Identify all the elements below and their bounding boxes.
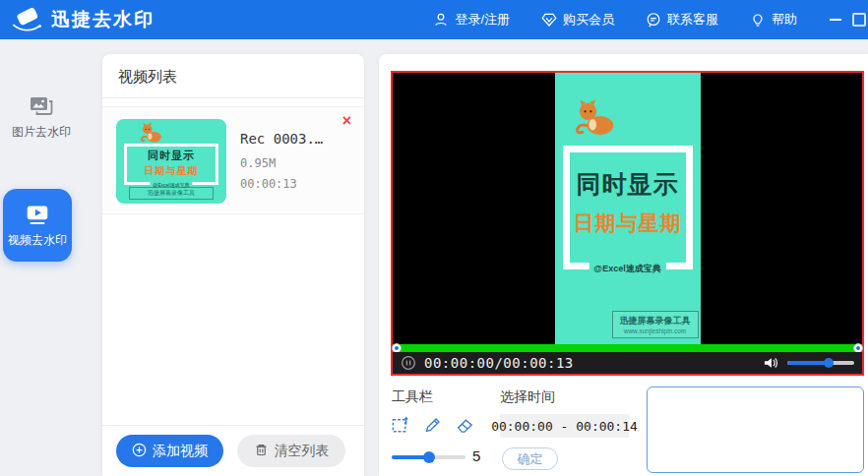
- video-file-size: 0.95M: [240, 156, 276, 170]
- clear-list-label: 清空列表: [275, 443, 330, 460]
- delete-video-icon[interactable]: ×: [342, 113, 351, 129]
- volume-handle[interactable]: [824, 358, 834, 368]
- progress-bar[interactable]: [393, 344, 862, 352]
- video-list-panel: 视频列表 同时显示 日期与星期 @Excel速成宝典 迅捷屏幕录像工具 Rec …: [102, 54, 364, 476]
- video-byline: @Excel速成宝典: [589, 263, 665, 275]
- video-list-title: 视频列表: [102, 54, 364, 98]
- window-controls: [829, 0, 866, 39]
- eraser-logo-icon: [12, 6, 43, 33]
- tool-icons: [391, 416, 474, 435]
- chat-icon: [646, 12, 661, 28]
- nav-help[interactable]: 帮助: [750, 11, 797, 29]
- sidebar-item-image-watermark[interactable]: 图片去水印: [2, 93, 81, 141]
- image-icon: [29, 106, 54, 120]
- app-title: 迅捷去水印: [51, 7, 155, 32]
- toolbar-label: 工具栏: [392, 388, 433, 406]
- select-time-label: 选择时间: [500, 388, 555, 406]
- video-frame: 同时显示 日期与星期 @Excel速成宝典 迅捷屏幕录像工具 www.xunji…: [555, 73, 701, 344]
- watermark-line2: www.xunjieshipin.com: [614, 327, 697, 334]
- video-player: 同时显示 日期与星期 @Excel速成宝典 迅捷屏幕录像工具 www.xunji…: [391, 71, 864, 376]
- video-list-item[interactable]: 同时显示 日期与星期 @Excel速成宝典 迅捷屏幕录像工具 Rec 0003.…: [102, 106, 364, 214]
- plus-circle-icon: [132, 443, 147, 460]
- volume-fill: [787, 361, 829, 365]
- watermark-line1: 迅捷屏幕录像工具: [614, 315, 697, 327]
- sidebar-item-label: 图片去水印: [2, 124, 81, 141]
- user-icon: [433, 12, 449, 28]
- speaker-icon[interactable]: [763, 356, 779, 370]
- thumbnail-title-line2: 日期与星期: [127, 164, 216, 178]
- nav-login[interactable]: 登录/注册: [433, 11, 510, 29]
- confirm-button[interactable]: 确定: [502, 447, 558, 470]
- rect-select-tool-icon[interactable]: [391, 416, 409, 435]
- nav-login-label: 登录/注册: [455, 11, 510, 29]
- video-play-icon: [25, 203, 50, 229]
- minimize-icon[interactable]: [829, 13, 842, 27]
- video-duration: 00:00:13: [240, 177, 297, 191]
- nav-support[interactable]: 联系客服: [646, 11, 718, 29]
- top-nav: 登录/注册 购买会员 联系客服 帮助: [433, 0, 797, 39]
- sidebar: 图片去水印 视频去水印: [0, 39, 91, 476]
- vip-diamond-icon: [541, 12, 557, 28]
- time-range-field[interactable]: 00:00:00 - 00:00:14: [500, 414, 629, 438]
- playback-time: 00:00:00/00:00:13: [424, 355, 574, 371]
- thumbnail-title-line1: 同时显示: [127, 149, 216, 163]
- volume-slider[interactable]: [787, 361, 854, 365]
- nav-buy-vip-label: 购买会员: [563, 11, 614, 29]
- video-title-frame: 同时显示 日期与星期 @Excel速成宝典: [563, 146, 693, 269]
- eraser-tool-icon[interactable]: [456, 416, 474, 435]
- brush-tool-icon[interactable]: [423, 416, 442, 435]
- lightbulb-icon: [750, 12, 766, 28]
- brush-size-slider[interactable]: [392, 455, 465, 459]
- add-video-button[interactable]: 添加视频: [116, 435, 223, 467]
- sidebar-item-video-watermark[interactable]: 视频去水印: [3, 189, 72, 262]
- app-logo: 迅捷去水印: [12, 6, 155, 33]
- brush-size-value: 5: [472, 447, 480, 464]
- brush-slider-handle[interactable]: [423, 451, 435, 463]
- nav-support-label: 联系客服: [667, 11, 718, 29]
- editor-panel: 同时显示 日期与星期 @Excel速成宝典 迅捷屏幕录像工具 www.xunji…: [379, 54, 868, 476]
- player-controls: 00:00:00/00:00:13: [393, 352, 862, 374]
- pause-icon[interactable]: [401, 355, 416, 371]
- thumbnail-watermark: 迅捷屏幕录像工具: [129, 187, 214, 200]
- video-thumbnail: 同时显示 日期与星期 @Excel速成宝典 迅捷屏幕录像工具: [116, 119, 226, 204]
- thumbnail-title-frame: 同时显示 日期与星期 @Excel速成宝典: [124, 144, 218, 185]
- video-watermark-box: 迅捷屏幕录像工具 www.xunjieshipin.com: [612, 311, 699, 338]
- nav-buy-vip[interactable]: 购买会员: [541, 11, 614, 29]
- maximize-icon[interactable]: [852, 13, 866, 27]
- selected-regions-box[interactable]: [647, 387, 864, 473]
- add-video-label: 添加视频: [153, 443, 208, 460]
- clear-list-button[interactable]: 清空列表: [237, 435, 345, 467]
- video-title-line1: 同时显示: [570, 168, 686, 201]
- titlebar: 迅捷去水印 登录/注册 购买会员 联系客服 帮助: [0, 0, 868, 39]
- nav-help-label: 帮助: [772, 11, 797, 29]
- trash-icon: [254, 443, 269, 460]
- video-file-name: Rec 0003.…: [240, 131, 323, 147]
- sidebar-item-label: 视频去水印: [8, 232, 67, 249]
- list-footer: 添加视频 清空列表: [102, 425, 364, 476]
- player-stage[interactable]: 同时显示 日期与星期 @Excel速成宝典 迅捷屏幕录像工具 www.xunji…: [393, 73, 862, 344]
- video-title-line2: 日期与星期: [570, 209, 686, 237]
